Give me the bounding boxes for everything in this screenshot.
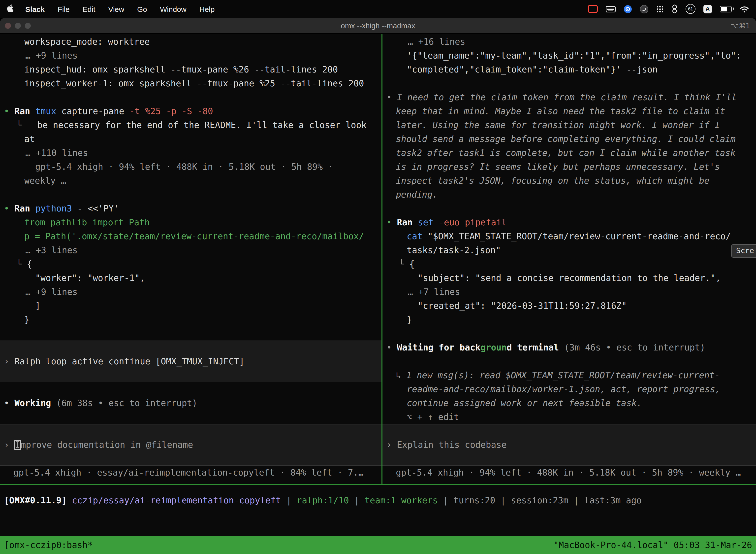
- terminal-line: • Working (6m 38s • esc to interrupt): [4, 396, 197, 410]
- titlebar-shortcut: ⌥⌘1: [731, 21, 750, 30]
- pane-left[interactable]: workspace_mode: worktree… +9 linesinspec…: [0, 34, 381, 484]
- menu-item-view[interactable]: View: [108, 5, 124, 13]
- terminal-line: '{"team_name":"my-team","task_id":"1","f…: [407, 49, 741, 63]
- terminal-line: workspace_mode: worktree: [24, 35, 150, 49]
- menu-item-window[interactable]: Window: [160, 5, 187, 13]
- minimize-button[interactable]: [15, 22, 21, 29]
- wifi-icon[interactable]: [740, 5, 749, 13]
- menubar-left: SlackFileEditViewGoWindowHelp: [7, 4, 214, 14]
- omx-status-line: [OMX#0.11.9] cczip/essay/ai-reimplementa…: [4, 493, 642, 507]
- terminal-line: readme-and-reco/mailbox/worker-1.json, a…: [407, 382, 720, 396]
- terminal-line: ⌥ + ↑ edit: [407, 410, 459, 424]
- terminal-line: • Waiting for background terminal (3m 46…: [386, 340, 705, 354]
- terminal-line: • Ran python3 - <<'PY': [4, 202, 119, 215]
- terminal-line: should send a message before completing …: [396, 132, 736, 146]
- terminal-line: }: [24, 313, 29, 327]
- terminal-line: • I need to get the claim token from the…: [386, 90, 737, 104]
- blue-app-icon[interactable]: [624, 5, 632, 13]
- terminal-line: └ {: [16, 257, 32, 271]
- terminal-line: … +3 lines: [25, 243, 78, 257]
- terminal-line: "subject": "send a concise recommendatio…: [418, 271, 721, 285]
- terminal-line: … +16 lines: [408, 35, 465, 49]
- terminal-line: p = Path('.omx/state/team/review-current…: [24, 229, 364, 243]
- keyboard-icon[interactable]: [606, 6, 616, 12]
- terminal-line: "created_at": "2026-03-31T11:59:27.816Z": [418, 299, 627, 313]
- desktop: SlackFileEditViewGoWindowHelp: [0, 0, 756, 554]
- terminal-line: › Explain this codebase: [386, 438, 507, 452]
- terminal-line: "worker": "worker-1",: [35, 271, 145, 285]
- terminal-line: weekly …: [24, 174, 66, 188]
- terminal-line: › Ralph loop active continue [OMX_TMUX_I…: [4, 354, 244, 368]
- menubar: SlackFileEditViewGoWindowHelp: [0, 0, 756, 18]
- tmux-session-label: [omx-cczip0:bash*: [4, 540, 93, 550]
- badge-61-icon[interactable]: 61: [686, 4, 695, 14]
- terminal-line: └ {: [399, 257, 415, 271]
- terminal-line: • Ran tmux capture-pane -t %25 -p -S -80: [4, 104, 213, 118]
- terminal-line: tasks/task-2.json": [407, 243, 501, 257]
- screen-recording-icon[interactable]: [588, 5, 598, 13]
- window-controls: [0, 22, 31, 29]
- terminal-line: gpt-5.4 xhigh · 94% left · 488K in · 5.1…: [35, 160, 333, 174]
- screen-tooltip: Scre: [731, 244, 756, 258]
- apps-grid-icon[interactable]: [656, 5, 664, 13]
- terminal-line: gpt-5.4 xhigh · essay/ai-reimplementatio…: [13, 466, 364, 480]
- pane-divider[interactable]: [381, 34, 382, 485]
- input-source-icon[interactable]: A: [703, 5, 712, 13]
- battery-icon[interactable]: [720, 6, 732, 12]
- terminal-line: gpt-5.4 xhigh · 94% left · 488K in · 5.1…: [396, 466, 741, 480]
- terminal-line: task2 after task1 is complete, but can I…: [396, 146, 736, 160]
- terminal-line: is in progress? It seems likely but perh…: [396, 160, 720, 174]
- menubar-status-area: 61 A: [588, 4, 749, 14]
- apple-icon: [7, 4, 13, 14]
- terminal-line: … +9 lines: [25, 49, 78, 63]
- pane-right[interactable]: … +16 lines'{"team_name":"my-team","task…: [382, 34, 756, 484]
- terminal-content[interactable]: workspace_mode: worktree… +9 linesinspec…: [0, 34, 756, 554]
- tmux-host-time: "MacBook-Pro-44.local" 05:03 31-Mar-26: [553, 540, 752, 550]
- terminal-line: at: [24, 132, 35, 146]
- window-title: omx --xhigh --madmax: [0, 21, 756, 30]
- dark-app-icon[interactable]: [640, 5, 648, 13]
- menu-item-file[interactable]: File: [58, 5, 69, 13]
- apple-menu[interactable]: [7, 4, 13, 14]
- terminal-line: • Ran set -euo pipefail: [386, 215, 507, 229]
- tmux-status-bar: [omx-cczip0:bash* "MacBook-Pro-44.local"…: [0, 536, 756, 554]
- terminal-line: › Improve documentation in @filename: [4, 438, 193, 452]
- horizontal-pane-divider[interactable]: [0, 484, 756, 485]
- double-ring-icon[interactable]: [672, 4, 678, 13]
- terminal-line: … +9 lines: [25, 285, 78, 299]
- terminal-line: inspect_hud: omx sparkshell --tmux-pane …: [24, 63, 338, 76]
- screen: SlackFileEditViewGoWindowHelp: [0, 0, 756, 554]
- terminal-line: ]: [35, 299, 41, 313]
- terminal-line: later. Using the same for transition mig…: [396, 118, 720, 132]
- menubar-items: SlackFileEditViewGoWindowHelp: [25, 5, 214, 13]
- terminal-line: pending.: [396, 188, 438, 202]
- menu-item-go[interactable]: Go: [137, 5, 147, 13]
- menu-item-help[interactable]: Help: [199, 5, 215, 13]
- terminal-line: … +110 lines: [25, 146, 88, 160]
- terminal-line: }: [407, 313, 412, 327]
- menu-item-edit[interactable]: Edit: [82, 5, 96, 13]
- terminal-line: inspect_worker-1: omx sparkshell --tmux-…: [24, 76, 364, 90]
- terminal-line: continue assigned work or next feasible …: [407, 396, 642, 410]
- terminal-line: keep that in mind. Maybe I also need the…: [396, 104, 725, 118]
- terminal-line: ↳ 1 new msg(s): read $OMX_TEAM_STATE_ROO…: [396, 368, 720, 382]
- titlebar[interactable]: omx --xhigh --madmax ⌥⌘1: [0, 18, 756, 34]
- terminal-line: └ be necessary for the end of the README…: [16, 118, 367, 132]
- terminal-line: … +7 lines: [408, 285, 460, 299]
- terminal-line: "completed","claim_token":"claim-token"}…: [407, 63, 657, 76]
- zoom-button[interactable]: [25, 22, 31, 29]
- terminal-line: from pathlib import Path: [24, 215, 150, 229]
- menu-item-slack[interactable]: Slack: [25, 5, 45, 13]
- terminal-line: inspect task2's JSON, focusing on the st…: [396, 174, 709, 188]
- terminal-window[interactable]: omx --xhigh --madmax ⌥⌘1 workspace_mode:…: [0, 18, 756, 554]
- terminal-line: cat "$OMX_TEAM_STATE_ROOT/team/review-cu…: [407, 229, 731, 243]
- close-button[interactable]: [5, 22, 11, 29]
